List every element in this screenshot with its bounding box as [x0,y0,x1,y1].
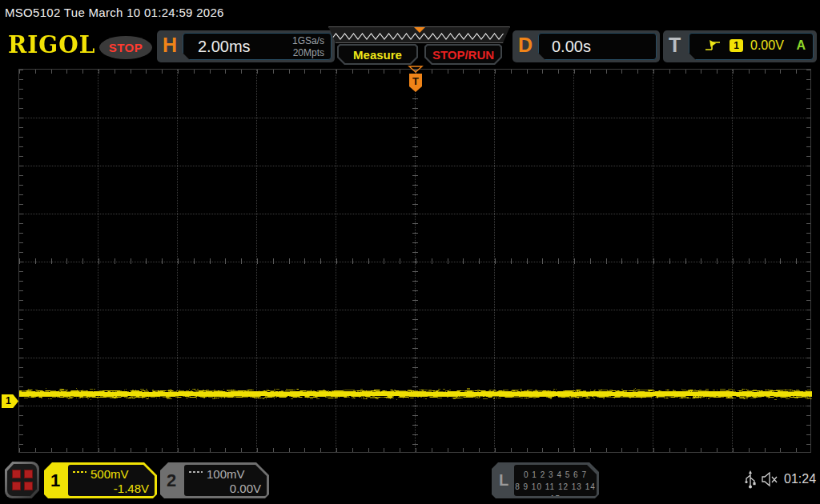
oscilloscope-screen: MSO5102 Tue March 10 01:24:59 2026 RIGOL… [0,0,820,504]
dc-coupling-icon [189,470,203,477]
trigger-marker-letter: T [412,75,419,87]
channel1-number: 1 [44,462,70,498]
channel1-badge[interactable]: 1 500mV -1.48V [44,462,157,498]
horizontal-inner-box: 2.00ms 1GSa/s 20Mpts [183,33,332,60]
channel2-offset: 0.00V [189,482,261,495]
horizontal-label: H [163,34,177,57]
trigger-label: T [669,34,681,57]
trigger-level-value: 0.00V [750,38,784,53]
trigger-inner-box: 1 0.00V A [689,33,814,60]
channel1-scale: 500mV [90,467,129,481]
dc-coupling-icon [73,470,86,477]
memory-depth: 20Mpts [292,47,324,59]
waveform-display-area: T [18,69,811,453]
channel2-values-box: 100mV 0.00V [184,465,267,496]
stop-run-button[interactable]: STOP/RUN [424,44,502,65]
channel1-waveform-trace [19,386,812,402]
delay-settings-block[interactable]: D 0.00s [512,30,660,62]
run-state-badge: STOP [99,36,152,59]
waveform-overview-strip[interactable] [328,26,510,43]
measure-button-label: Measure [339,46,416,63]
logic-label: L [492,462,516,498]
center-axis-ticks-horizontal [19,258,810,264]
channel1-offset: -1.48V [73,482,149,495]
acquisition-info: 1GSa/s 20Mpts [292,35,324,59]
clock: 01:24 [784,472,816,486]
quad-grid-icon [7,464,37,496]
usb-icon [744,470,757,490]
delay-label: D [518,34,533,57]
channel2-badge[interactable]: 2 100mV 0.00V [160,462,269,498]
trigger-sweep-mode: A [796,38,806,53]
model-and-datetime: MSO5102 Tue March 10 01:24:59 2026 [5,6,224,19]
logic-channel-numbers: 0 1 2 3 4 5 6 7 8 9 10 11 12 13 14 15 [514,465,597,496]
trigger-position-marker[interactable]: T [407,66,424,94]
logic-row-8-15: 8 9 10 11 12 13 14 15 [514,481,597,504]
channel1-values-box: 500mV -1.48V [68,465,155,496]
stop-run-button-label: STOP/RUN [426,46,500,63]
delay-value: 0.00s [552,38,591,56]
channel2-number: 2 [160,462,186,498]
rigol-logo: RIGOL [8,31,95,59]
horizontal-settings-block[interactable]: H 2.00ms 1GSa/s 20Mpts [157,30,335,62]
speaker-muted-icon [762,472,781,487]
measure-button[interactable]: Measure [337,44,418,65]
sample-rate: 1GSa/s [292,35,324,47]
overview-trigger-position-icon [414,27,425,33]
delay-inner-box: 0.00s [538,33,657,60]
logic-channels-badge[interactable]: L 0 1 2 3 4 5 6 7 8 9 10 11 12 13 14 15 [492,462,599,498]
trigger-source-badge: 1 [730,39,743,52]
channel2-scale: 100mV [207,467,245,481]
edge-trigger-rising-icon [704,38,722,53]
timebase-value: 2.00ms [198,38,251,56]
trigger-settings-block[interactable]: T 1 0.00V A [663,30,817,62]
overview-waveform-icon [329,27,509,42]
window-layout-button[interactable] [5,462,39,498]
channel1-position-marker[interactable]: 1 [2,394,18,408]
logic-row-0-7: 0 1 2 3 4 5 6 7 [514,469,597,481]
